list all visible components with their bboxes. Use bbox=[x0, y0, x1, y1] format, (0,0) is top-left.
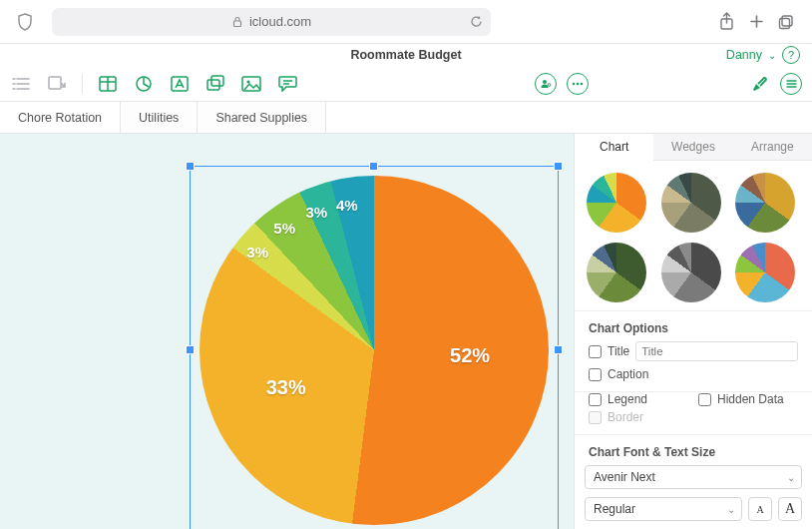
chart-style-preset[interactable] bbox=[661, 173, 721, 233]
sheet-tab[interactable]: Chore Rotation bbox=[0, 102, 121, 133]
section-font: Chart Font & Text Size bbox=[575, 435, 812, 465]
svg-rect-0 bbox=[233, 21, 240, 27]
resize-handle[interactable] bbox=[186, 345, 195, 354]
tabs-overview-icon[interactable] bbox=[776, 12, 796, 32]
canvas[interactable]: 52% 33% 3% 5% 3% 4% bbox=[0, 134, 575, 529]
privacy-shield-icon[interactable] bbox=[16, 12, 34, 32]
chart-style-preset[interactable] bbox=[735, 173, 795, 233]
inspector-panel: Chart Wedges Arrange Chart Options Title… bbox=[575, 134, 812, 529]
new-tab-icon[interactable] bbox=[746, 12, 766, 32]
organize-icon[interactable] bbox=[780, 73, 802, 95]
title-input[interactable] bbox=[635, 341, 798, 361]
svg-rect-3 bbox=[780, 18, 790, 28]
checkbox-hidden-data[interactable] bbox=[698, 393, 711, 406]
chart-style-preset[interactable] bbox=[587, 173, 646, 233]
checkbox-title[interactable] bbox=[589, 345, 602, 358]
label-border: Border bbox=[608, 410, 643, 424]
share-icon[interactable] bbox=[716, 12, 736, 32]
label-title: Title bbox=[608, 344, 629, 358]
increase-font-button[interactable]: A bbox=[778, 497, 802, 521]
svg-point-12 bbox=[543, 80, 547, 84]
checkbox-legend[interactable] bbox=[589, 393, 602, 406]
more-menu-icon[interactable] bbox=[567, 73, 589, 95]
font-weight-select[interactable]: Regular⌄ bbox=[585, 497, 742, 521]
resize-handle[interactable] bbox=[554, 162, 563, 171]
svg-rect-9 bbox=[207, 80, 219, 90]
insert-table-icon[interactable] bbox=[97, 73, 119, 95]
chart-style-preset[interactable] bbox=[661, 243, 721, 302]
svg-point-15 bbox=[577, 82, 580, 85]
sheet-tab[interactable]: Shared Supplies bbox=[198, 102, 326, 133]
label-caption: Caption bbox=[608, 367, 648, 381]
selection-box[interactable] bbox=[190, 166, 559, 529]
address-bar[interactable]: icloud.com bbox=[52, 8, 491, 36]
insert-text-icon[interactable] bbox=[169, 73, 191, 95]
sheet-tabs: Chore Rotation Utilities Shared Supplies bbox=[0, 102, 812, 134]
insert-media-icon[interactable] bbox=[240, 73, 262, 95]
svg-point-14 bbox=[573, 82, 576, 85]
chart-style-preset[interactable] bbox=[587, 243, 646, 302]
svg-rect-4 bbox=[49, 77, 61, 89]
resize-handle[interactable] bbox=[369, 162, 378, 171]
chart-style-preset[interactable] bbox=[735, 243, 795, 302]
inspector-tab-wedges[interactable]: Wedges bbox=[653, 134, 732, 160]
pivot-icon[interactable] bbox=[46, 73, 68, 95]
outline-view-icon[interactable] bbox=[10, 73, 32, 95]
chevron-down-icon: ⌄ bbox=[727, 504, 735, 515]
checkbox-caption[interactable] bbox=[589, 368, 602, 381]
user-name[interactable]: Danny bbox=[726, 48, 762, 62]
insert-shape-icon[interactable] bbox=[204, 73, 226, 95]
resize-handle[interactable] bbox=[554, 345, 563, 354]
chevron-down-icon: ⌄ bbox=[787, 472, 795, 483]
svg-rect-8 bbox=[211, 76, 223, 86]
svg-point-13 bbox=[548, 83, 551, 86]
font-family-select[interactable]: Avenir Next⌄ bbox=[585, 465, 802, 489]
collaborate-icon[interactable] bbox=[535, 73, 557, 95]
insert-chart-icon[interactable] bbox=[133, 73, 155, 95]
help-icon[interactable]: ? bbox=[782, 46, 800, 64]
lock-icon bbox=[231, 16, 243, 28]
insert-comment-icon[interactable] bbox=[276, 73, 298, 95]
svg-point-16 bbox=[581, 82, 584, 85]
label-legend: Legend bbox=[608, 392, 647, 406]
label-hidden-data: Hidden Data bbox=[717, 392, 784, 406]
url-host: icloud.com bbox=[249, 14, 311, 29]
decrease-font-button[interactable]: A bbox=[748, 497, 772, 521]
format-brush-icon[interactable] bbox=[748, 73, 770, 95]
inspector-tab-arrange[interactable]: Arrange bbox=[733, 134, 812, 160]
user-menu-chevron-icon[interactable]: ⌄ bbox=[768, 50, 776, 61]
svg-rect-2 bbox=[782, 16, 792, 26]
checkbox-border bbox=[589, 411, 602, 424]
sheet-tab[interactable]: Utilities bbox=[121, 102, 198, 133]
reload-icon[interactable] bbox=[470, 15, 483, 28]
document-title: Roommate Budget bbox=[350, 48, 461, 62]
chart-style-presets bbox=[575, 161, 812, 311]
inspector-tab-chart[interactable]: Chart bbox=[575, 134, 653, 161]
section-chart-options: Chart Options bbox=[575, 311, 812, 341]
resize-handle[interactable] bbox=[186, 162, 195, 171]
